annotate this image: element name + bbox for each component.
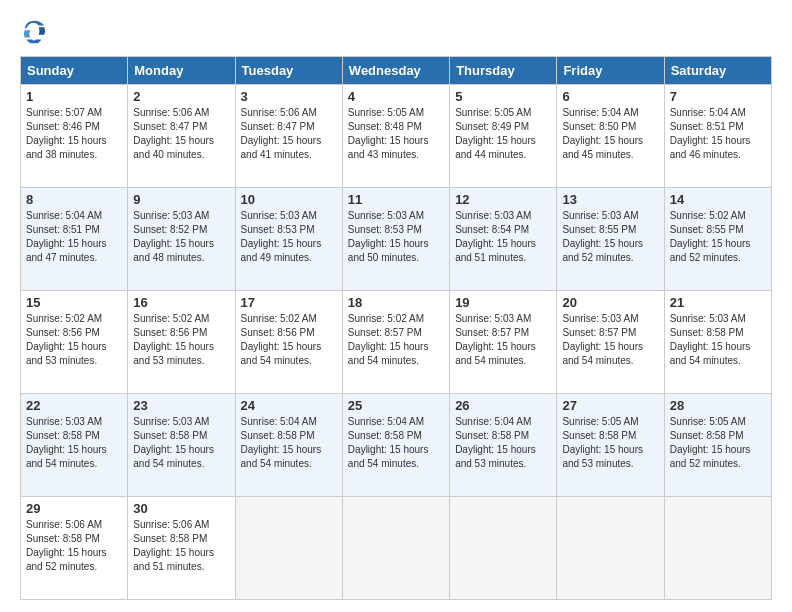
day-info: Sunrise: 5:03 AM Sunset: 8:57 PM Dayligh… — [455, 312, 551, 368]
table-row: 29Sunrise: 5:06 AM Sunset: 8:58 PM Dayli… — [21, 497, 128, 600]
table-row: 12Sunrise: 5:03 AM Sunset: 8:54 PM Dayli… — [450, 188, 557, 291]
table-row: 27Sunrise: 5:05 AM Sunset: 8:58 PM Dayli… — [557, 394, 664, 497]
day-number: 25 — [348, 398, 444, 413]
table-row — [450, 497, 557, 600]
col-tuesday: Tuesday — [235, 57, 342, 85]
table-row: 15Sunrise: 5:02 AM Sunset: 8:56 PM Dayli… — [21, 291, 128, 394]
header — [20, 18, 772, 46]
day-number: 4 — [348, 89, 444, 104]
col-sunday: Sunday — [21, 57, 128, 85]
day-info: Sunrise: 5:02 AM Sunset: 8:57 PM Dayligh… — [348, 312, 444, 368]
table-row: 5Sunrise: 5:05 AM Sunset: 8:49 PM Daylig… — [450, 85, 557, 188]
calendar-table: Sunday Monday Tuesday Wednesday Thursday… — [20, 56, 772, 600]
calendar-week-row: 8Sunrise: 5:04 AM Sunset: 8:51 PM Daylig… — [21, 188, 772, 291]
day-number: 10 — [241, 192, 337, 207]
day-info: Sunrise: 5:05 AM Sunset: 8:49 PM Dayligh… — [455, 106, 551, 162]
day-number: 26 — [455, 398, 551, 413]
day-number: 30 — [133, 501, 229, 516]
day-info: Sunrise: 5:03 AM Sunset: 8:58 PM Dayligh… — [26, 415, 122, 471]
day-info: Sunrise: 5:03 AM Sunset: 8:53 PM Dayligh… — [241, 209, 337, 265]
logo — [20, 18, 52, 46]
day-number: 16 — [133, 295, 229, 310]
col-saturday: Saturday — [664, 57, 771, 85]
day-info: Sunrise: 5:05 AM Sunset: 8:48 PM Dayligh… — [348, 106, 444, 162]
day-info: Sunrise: 5:06 AM Sunset: 8:47 PM Dayligh… — [241, 106, 337, 162]
day-number: 9 — [133, 192, 229, 207]
table-row: 6Sunrise: 5:04 AM Sunset: 8:50 PM Daylig… — [557, 85, 664, 188]
table-row: 24Sunrise: 5:04 AM Sunset: 8:58 PM Dayli… — [235, 394, 342, 497]
day-info: Sunrise: 5:04 AM Sunset: 8:50 PM Dayligh… — [562, 106, 658, 162]
day-number: 8 — [26, 192, 122, 207]
day-info: Sunrise: 5:05 AM Sunset: 8:58 PM Dayligh… — [670, 415, 766, 471]
day-info: Sunrise: 5:04 AM Sunset: 8:58 PM Dayligh… — [241, 415, 337, 471]
col-wednesday: Wednesday — [342, 57, 449, 85]
day-number: 22 — [26, 398, 122, 413]
calendar-header-row: Sunday Monday Tuesday Wednesday Thursday… — [21, 57, 772, 85]
day-number: 15 — [26, 295, 122, 310]
day-number: 12 — [455, 192, 551, 207]
col-monday: Monday — [128, 57, 235, 85]
table-row: 21Sunrise: 5:03 AM Sunset: 8:58 PM Dayli… — [664, 291, 771, 394]
day-number: 27 — [562, 398, 658, 413]
day-info: Sunrise: 5:05 AM Sunset: 8:58 PM Dayligh… — [562, 415, 658, 471]
table-row: 1Sunrise: 5:07 AM Sunset: 8:46 PM Daylig… — [21, 85, 128, 188]
day-info: Sunrise: 5:03 AM Sunset: 8:58 PM Dayligh… — [670, 312, 766, 368]
table-row: 2Sunrise: 5:06 AM Sunset: 8:47 PM Daylig… — [128, 85, 235, 188]
table-row — [664, 497, 771, 600]
table-row: 11Sunrise: 5:03 AM Sunset: 8:53 PM Dayli… — [342, 188, 449, 291]
calendar-week-row: 29Sunrise: 5:06 AM Sunset: 8:58 PM Dayli… — [21, 497, 772, 600]
day-number: 6 — [562, 89, 658, 104]
day-info: Sunrise: 5:02 AM Sunset: 8:56 PM Dayligh… — [26, 312, 122, 368]
table-row: 13Sunrise: 5:03 AM Sunset: 8:55 PM Dayli… — [557, 188, 664, 291]
table-row: 30Sunrise: 5:06 AM Sunset: 8:58 PM Dayli… — [128, 497, 235, 600]
day-number: 2 — [133, 89, 229, 104]
day-number: 7 — [670, 89, 766, 104]
day-number: 1 — [26, 89, 122, 104]
calendar-week-row: 1Sunrise: 5:07 AM Sunset: 8:46 PM Daylig… — [21, 85, 772, 188]
table-row — [235, 497, 342, 600]
day-info: Sunrise: 5:04 AM Sunset: 8:58 PM Dayligh… — [455, 415, 551, 471]
day-info: Sunrise: 5:06 AM Sunset: 8:58 PM Dayligh… — [26, 518, 122, 574]
table-row: 18Sunrise: 5:02 AM Sunset: 8:57 PM Dayli… — [342, 291, 449, 394]
logo-icon — [20, 18, 48, 46]
day-number: 24 — [241, 398, 337, 413]
col-thursday: Thursday — [450, 57, 557, 85]
col-friday: Friday — [557, 57, 664, 85]
page: Sunday Monday Tuesday Wednesday Thursday… — [0, 0, 792, 612]
table-row — [342, 497, 449, 600]
day-info: Sunrise: 5:03 AM Sunset: 8:55 PM Dayligh… — [562, 209, 658, 265]
day-number: 20 — [562, 295, 658, 310]
table-row: 25Sunrise: 5:04 AM Sunset: 8:58 PM Dayli… — [342, 394, 449, 497]
day-number: 17 — [241, 295, 337, 310]
day-info: Sunrise: 5:07 AM Sunset: 8:46 PM Dayligh… — [26, 106, 122, 162]
table-row: 23Sunrise: 5:03 AM Sunset: 8:58 PM Dayli… — [128, 394, 235, 497]
table-row: 14Sunrise: 5:02 AM Sunset: 8:55 PM Dayli… — [664, 188, 771, 291]
day-info: Sunrise: 5:03 AM Sunset: 8:52 PM Dayligh… — [133, 209, 229, 265]
table-row: 9Sunrise: 5:03 AM Sunset: 8:52 PM Daylig… — [128, 188, 235, 291]
day-info: Sunrise: 5:03 AM Sunset: 8:57 PM Dayligh… — [562, 312, 658, 368]
table-row: 3Sunrise: 5:06 AM Sunset: 8:47 PM Daylig… — [235, 85, 342, 188]
table-row: 17Sunrise: 5:02 AM Sunset: 8:56 PM Dayli… — [235, 291, 342, 394]
day-info: Sunrise: 5:03 AM Sunset: 8:53 PM Dayligh… — [348, 209, 444, 265]
day-number: 5 — [455, 89, 551, 104]
calendar-week-row: 15Sunrise: 5:02 AM Sunset: 8:56 PM Dayli… — [21, 291, 772, 394]
day-info: Sunrise: 5:04 AM Sunset: 8:58 PM Dayligh… — [348, 415, 444, 471]
table-row: 20Sunrise: 5:03 AM Sunset: 8:57 PM Dayli… — [557, 291, 664, 394]
table-row: 22Sunrise: 5:03 AM Sunset: 8:58 PM Dayli… — [21, 394, 128, 497]
table-row — [557, 497, 664, 600]
day-info: Sunrise: 5:06 AM Sunset: 8:47 PM Dayligh… — [133, 106, 229, 162]
day-number: 28 — [670, 398, 766, 413]
day-number: 14 — [670, 192, 766, 207]
day-number: 3 — [241, 89, 337, 104]
day-info: Sunrise: 5:04 AM Sunset: 8:51 PM Dayligh… — [26, 209, 122, 265]
table-row: 26Sunrise: 5:04 AM Sunset: 8:58 PM Dayli… — [450, 394, 557, 497]
day-info: Sunrise: 5:02 AM Sunset: 8:55 PM Dayligh… — [670, 209, 766, 265]
day-info: Sunrise: 5:03 AM Sunset: 8:58 PM Dayligh… — [133, 415, 229, 471]
table-row: 19Sunrise: 5:03 AM Sunset: 8:57 PM Dayli… — [450, 291, 557, 394]
table-row: 10Sunrise: 5:03 AM Sunset: 8:53 PM Dayli… — [235, 188, 342, 291]
day-info: Sunrise: 5:02 AM Sunset: 8:56 PM Dayligh… — [133, 312, 229, 368]
day-info: Sunrise: 5:04 AM Sunset: 8:51 PM Dayligh… — [670, 106, 766, 162]
table-row: 7Sunrise: 5:04 AM Sunset: 8:51 PM Daylig… — [664, 85, 771, 188]
day-number: 19 — [455, 295, 551, 310]
day-info: Sunrise: 5:03 AM Sunset: 8:54 PM Dayligh… — [455, 209, 551, 265]
